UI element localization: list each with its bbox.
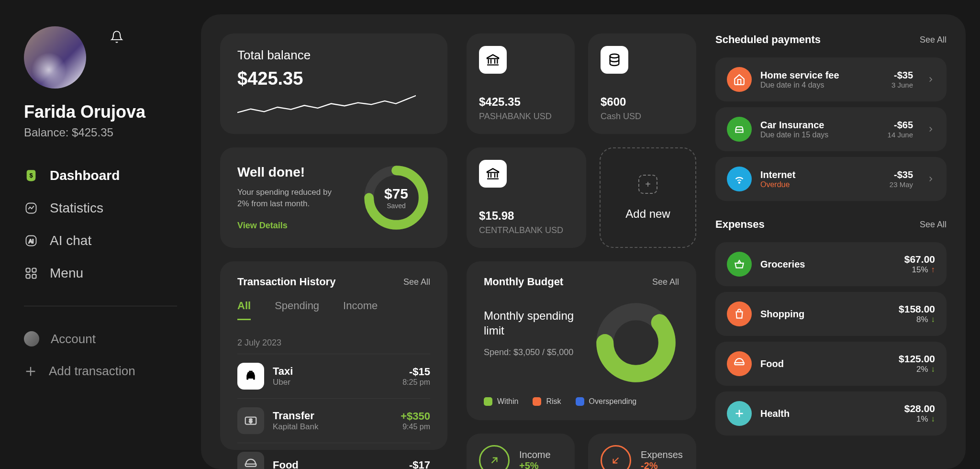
wifi-icon — [727, 167, 752, 191]
nav-statistics[interactable]: Statistics — [24, 201, 177, 216]
total-balance-amount: $425.35 — [237, 68, 430, 89]
transfer-icon: $ — [237, 407, 264, 434]
nav-account-label: Account — [51, 332, 96, 346]
account-amount: $15.98 — [479, 209, 574, 223]
nav-menu[interactable]: Menu — [24, 266, 177, 281]
budget-subtitle: Monthly spending limit — [484, 308, 579, 338]
bank-icon — [479, 46, 507, 74]
transaction-row[interactable]: Food -$17 — [237, 443, 430, 469]
tab-income[interactable]: Income — [343, 300, 378, 320]
chevron-right-icon — [926, 175, 935, 183]
account-card[interactable]: $425.35 PASHABANK USD — [467, 34, 575, 134]
svg-rect-7 — [32, 274, 36, 278]
sidebar: Farida Orujova Balance: $425.35 $ Dashbo… — [0, 0, 201, 469]
exp-title: Health — [760, 408, 896, 419]
expense-item[interactable]: Shopping $158.00 8%↓ — [715, 292, 947, 336]
budget-card: Monthly Budget See All Monthly spending … — [467, 261, 696, 420]
nav-dashboard[interactable]: $ Dashboard — [24, 168, 177, 183]
tx-title: Taxi — [273, 365, 394, 378]
food-icon — [727, 351, 752, 376]
tx-title: Food — [273, 459, 401, 469]
exp-amount: $67.00 — [904, 254, 935, 265]
transaction-row[interactable]: $ Transfer Kapital Bank +$350 9:45 pm — [237, 398, 430, 443]
nav-account[interactable]: Account — [24, 331, 177, 346]
plus-icon: + — [638, 175, 657, 194]
bell-icon[interactable] — [110, 30, 123, 44]
chevron-right-icon — [926, 75, 935, 84]
tx-sub: Kapital Bank — [273, 422, 392, 432]
expenses-see-all[interactable]: See All — [920, 220, 947, 230]
sched-amount: -$35 — [890, 169, 913, 180]
menu-icon — [24, 266, 38, 280]
scheduled-header: Scheduled payments See All — [715, 34, 947, 46]
tx-amount: -$17 — [409, 459, 430, 469]
view-details-link[interactable]: View Details — [237, 221, 333, 231]
aichat-icon: Ai — [24, 234, 38, 248]
saved-amount: $75 — [384, 186, 408, 202]
exp-pct: 15% — [912, 265, 928, 275]
sched-amount: -$65 — [888, 120, 913, 131]
plus-icon — [24, 365, 37, 378]
avatar[interactable] — [24, 26, 86, 89]
expenses-stat[interactable]: Expenses -2% — [588, 434, 696, 469]
scheduled-item[interactable]: Internet Overdue -$35 23 May — [715, 157, 947, 201]
welldone-card: Well done! Your spending reduced by 2% f… — [220, 147, 447, 248]
expense-item[interactable]: Groceries $67.00 15%↑ — [715, 242, 947, 286]
main-panel: Total balance $425.35 Well done! Your sp… — [201, 14, 966, 469]
tab-all[interactable]: All — [237, 300, 251, 320]
sched-date: 3 June — [891, 81, 913, 89]
account-amount: $600 — [601, 95, 684, 109]
nav-aichat[interactable]: Ai AI chat — [24, 233, 177, 248]
arrow-up-right-icon — [479, 445, 510, 469]
exp-title: Shopping — [760, 309, 890, 320]
scheduled-item[interactable]: Home service fee Due date in 4 days -$35… — [715, 57, 947, 101]
exp-amount: $125.00 — [899, 353, 935, 365]
exp-title: Groceries — [760, 259, 896, 270]
add-new-account[interactable]: + Add new — [600, 147, 696, 248]
account-name: PASHABANK USD — [479, 112, 562, 122]
legend-risk: Risk — [546, 397, 561, 406]
svg-rect-6 — [26, 274, 30, 278]
nav-add-transaction[interactable]: Add transaction — [24, 364, 177, 379]
account-card[interactable]: $15.98 CENTRALBANK USD — [467, 147, 586, 248]
cash-icon — [601, 46, 628, 74]
transaction-history-card: Transaction History See All All Spending… — [220, 261, 447, 450]
transactions-see-all[interactable]: See All — [403, 277, 430, 287]
sched-date: 23 May — [890, 180, 913, 189]
health-icon — [727, 401, 752, 426]
budget-donut — [593, 300, 679, 386]
tx-amount: +$350 — [401, 410, 430, 423]
svg-rect-4 — [26, 268, 30, 272]
total-balance-label: Total balance — [237, 48, 430, 63]
transaction-history-title: Transaction History — [237, 276, 335, 288]
sched-due: Due date in 4 days — [760, 81, 883, 89]
transaction-row[interactable]: Taxi Uber -$15 8:25 pm — [237, 354, 430, 398]
income-stat[interactable]: Income +5% — [467, 434, 575, 469]
svg-text:$: $ — [29, 172, 33, 179]
expenses-title: Expenses — [715, 218, 765, 231]
account-card[interactable]: $600 Cash USD — [588, 34, 696, 134]
budget-see-all[interactable]: See All — [652, 277, 679, 287]
exp-pct: 2% — [916, 365, 928, 374]
dashboard-icon: $ — [24, 168, 38, 183]
tab-spending[interactable]: Spending — [275, 300, 319, 320]
scheduled-item[interactable]: Car Insurance Due date in 15 days -$65 1… — [715, 107, 947, 151]
scheduled-see-all[interactable]: See All — [920, 35, 947, 45]
scheduled-title: Scheduled payments — [715, 34, 821, 46]
svg-text:$: $ — [249, 418, 253, 424]
transaction-tabs: All Spending Income — [237, 300, 430, 321]
expense-item[interactable]: Health $28.00 1%↓ — [715, 391, 947, 436]
nav-menu-label: Menu — [50, 266, 83, 281]
account-avatar-icon — [24, 331, 39, 346]
divider — [24, 306, 177, 306]
tx-time: 9:45 pm — [401, 423, 430, 431]
home-icon — [727, 67, 752, 92]
welldone-desc: Your spending reduced by 2% from last mo… — [237, 187, 333, 210]
sched-date: 14 June — [888, 131, 913, 139]
expenses-label: Expenses — [641, 449, 683, 460]
expense-item[interactable]: Food $125.00 2%↓ — [715, 342, 947, 386]
sched-due: Due date in 15 days — [760, 131, 879, 139]
food-icon — [237, 452, 264, 469]
saved-label: Saved — [387, 202, 406, 210]
expenses-pct: -2% — [641, 460, 683, 469]
